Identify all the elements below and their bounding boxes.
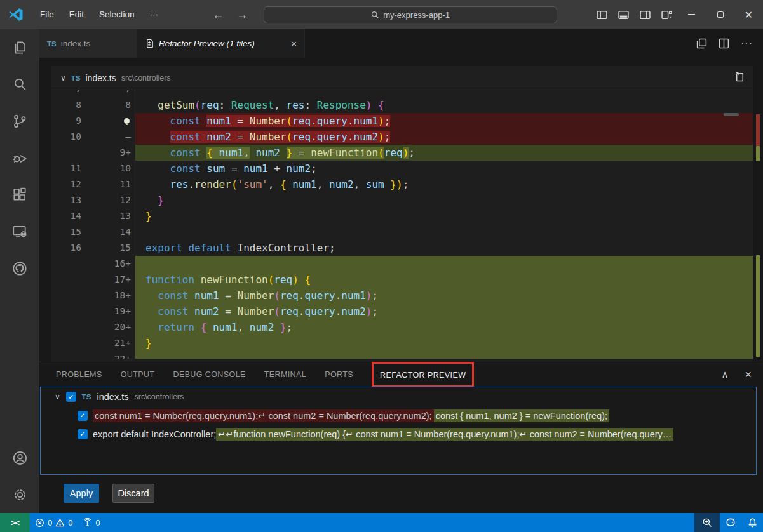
menu-selection[interactable]: Selection	[91, 0, 142, 29]
code-line[interactable]: 1110 const sum = num1 + num2;	[51, 161, 753, 176]
menu-edit[interactable]: Edit	[62, 0, 91, 29]
tree-change-row[interactable]: ✓ export default IndexController;↵↵funct…	[41, 425, 756, 443]
code-line[interactable]: 10— const num2 = Number(req.query.num2);	[51, 129, 753, 145]
annotation-red-box: REFACTOR PREVIEW	[372, 362, 474, 387]
panel-maximize-icon[interactable]: ∧	[722, 369, 729, 380]
source-control-icon[interactable]	[0, 103, 39, 140]
original-line-number: 12	[51, 176, 81, 192]
code-line[interactable]: 16+	[51, 256, 753, 272]
errors-icon	[35, 518, 44, 528]
code-line[interactable]: 21+}	[51, 335, 753, 351]
refactor-preview-tree: ∨ ✓ TS index.ts src\controllers ✓ const …	[40, 387, 757, 475]
original-line-number: 14	[51, 208, 81, 224]
diff-file-name: index.ts	[86, 73, 116, 83]
removed-text: const num1 = Number(req.query.num1);↵ co…	[93, 409, 434, 422]
code-line[interactable]: 88 getSum(req: Request, res: Response) {	[51, 97, 753, 113]
change-checkbox[interactable]: ✓	[78, 429, 88, 439]
status-bar: >< 0 0 0	[0, 513, 763, 532]
command-center-search[interactable]: my-express-app-1	[264, 6, 557, 23]
code-line[interactable]: 18+ const num1 = Number(req.query.num1);	[51, 288, 753, 303]
menu-more[interactable]: ···	[142, 0, 166, 29]
open-changes-icon[interactable]	[696, 38, 707, 49]
modified-line-number: 21+	[81, 335, 131, 351]
github-icon[interactable]	[0, 250, 39, 287]
tab-refactor-preview[interactable]: Refactor Preview (1 files) ×	[137, 29, 305, 58]
change-checkbox[interactable]: ✓	[78, 411, 88, 421]
remote-explorer-icon[interactable]	[0, 213, 39, 250]
code-line[interactable]: 20+ return { num1, num2 };	[51, 319, 753, 335]
original-line-number	[51, 335, 81, 351]
problems-status[interactable]: 0 0	[30, 513, 78, 532]
added-text: ↵↵function newFunction(req) {↵ const num…	[216, 428, 673, 441]
code-line[interactable]: 9 const num1 = Number(req.query.num1);	[51, 113, 753, 129]
copilot-icon[interactable]	[720, 513, 741, 532]
code-line[interactable]: 9+ const { num1, num2 } = newFunction(re…	[51, 145, 753, 161]
diff-file-header[interactable]: ∨ TS index.ts src\controllers	[51, 66, 753, 90]
tree-expand-chevron-icon[interactable]: ∨	[55, 392, 60, 401]
apply-button[interactable]: Apply	[64, 484, 99, 503]
panel-close-icon[interactable]: ×	[745, 368, 752, 382]
close-button[interactable]: ✕	[734, 0, 763, 29]
extensions-icon[interactable]	[0, 176, 39, 213]
activity-bar	[0, 29, 39, 513]
file-checkbox[interactable]: ✓	[66, 392, 76, 402]
forward-arrow-icon[interactable]: →	[234, 8, 250, 22]
tab-terminal[interactable]: TERMINAL	[264, 370, 306, 379]
scrollbar-thumb[interactable]	[724, 113, 739, 116]
code-text: const sum = num1 + num2;	[135, 161, 753, 176]
tab-refactor-preview-panel[interactable]: REFACTOR PREVIEW	[380, 371, 466, 380]
menu-file[interactable]: File	[32, 0, 62, 29]
ts-file-icon: TS	[47, 40, 57, 48]
open-file-icon[interactable]	[734, 71, 745, 84]
modified-line-number: 22+	[81, 351, 131, 359]
tab-index-ts[interactable]: TS index.ts	[39, 29, 137, 58]
toggle-panel-icon[interactable]	[612, 0, 634, 29]
warnings-icon	[55, 518, 65, 528]
code-line[interactable]: 1312 }	[51, 192, 753, 208]
code-text: const { num1, num2 } = newFunction(req);	[135, 145, 753, 161]
split-editor-icon[interactable]	[719, 38, 729, 49]
code-line[interactable]: 1211 res.render('sum', { num1, num2, sum…	[51, 176, 753, 192]
collapse-chevron-icon[interactable]: ∨	[60, 74, 66, 83]
tree-change-row[interactable]: ✓ const num1 = Number(req.query.num1);↵ …	[41, 406, 756, 425]
accounts-icon[interactable]	[0, 439, 39, 476]
maximize-button[interactable]	[706, 0, 734, 29]
unchanged-text: export default IndexController;	[93, 429, 216, 439]
original-line-number: 11	[51, 161, 81, 176]
code-line[interactable]: 19+ const num2 = Number(req.query.num2);	[51, 303, 753, 319]
discard-button[interactable]: Discard	[112, 484, 154, 503]
ports-status[interactable]: 0	[78, 513, 105, 532]
remote-indicator[interactable]: ><	[0, 513, 30, 532]
customize-layout-icon[interactable]	[656, 0, 677, 29]
zoom-status-button[interactable]	[694, 513, 720, 532]
modified-line-number: 10	[81, 161, 131, 176]
tree-file-path: src\controllers	[134, 392, 184, 401]
toggle-secondary-sidebar-icon[interactable]	[634, 0, 656, 29]
tab-close-icon[interactable]: ×	[291, 38, 297, 49]
code-text: const num1 = Number(req.query.num1);	[135, 113, 753, 129]
minimize-button[interactable]	[677, 0, 706, 29]
back-arrow-icon[interactable]: ←	[210, 8, 226, 22]
original-line-number: 10	[51, 129, 81, 145]
code-line[interactable]: 77	[51, 90, 753, 97]
tab-problems[interactable]: PROBLEMS	[56, 370, 102, 379]
search-sidebar-icon[interactable]	[0, 66, 39, 103]
code-line[interactable]: 17+function newFunction(req) {	[51, 272, 753, 288]
settings-gear-icon[interactable]	[0, 476, 39, 513]
run-debug-icon[interactable]	[0, 140, 39, 176]
tab-ports[interactable]: PORTS	[325, 370, 353, 379]
tab-output[interactable]: OUTPUT	[121, 370, 155, 379]
notifications-bell-icon[interactable]	[741, 513, 763, 532]
editor-more-actions-icon[interactable]: ···	[741, 38, 753, 50]
code-line[interactable]: 1514	[51, 224, 753, 240]
tree-file-row[interactable]: ∨ ✓ TS index.ts src\controllers	[41, 387, 756, 406]
toggle-primary-sidebar-icon[interactable]	[591, 0, 612, 29]
code-text: const num2 = Number(req.query.num2);	[135, 129, 753, 145]
code-line[interactable]: 22+	[51, 351, 753, 359]
code-line[interactable]: 1413}	[51, 208, 753, 224]
code-line[interactable]: 1615export default IndexController;	[51, 240, 753, 256]
modified-line-number: 13	[81, 208, 131, 224]
explorer-icon[interactable]	[0, 29, 39, 66]
tab-debug-console[interactable]: DEBUG CONSOLE	[173, 370, 245, 379]
original-line-number: 15	[51, 224, 81, 240]
